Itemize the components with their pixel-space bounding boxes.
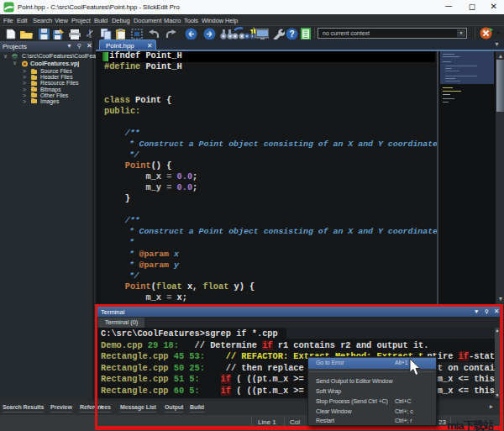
- svg-text:?: ?: [289, 29, 294, 39]
